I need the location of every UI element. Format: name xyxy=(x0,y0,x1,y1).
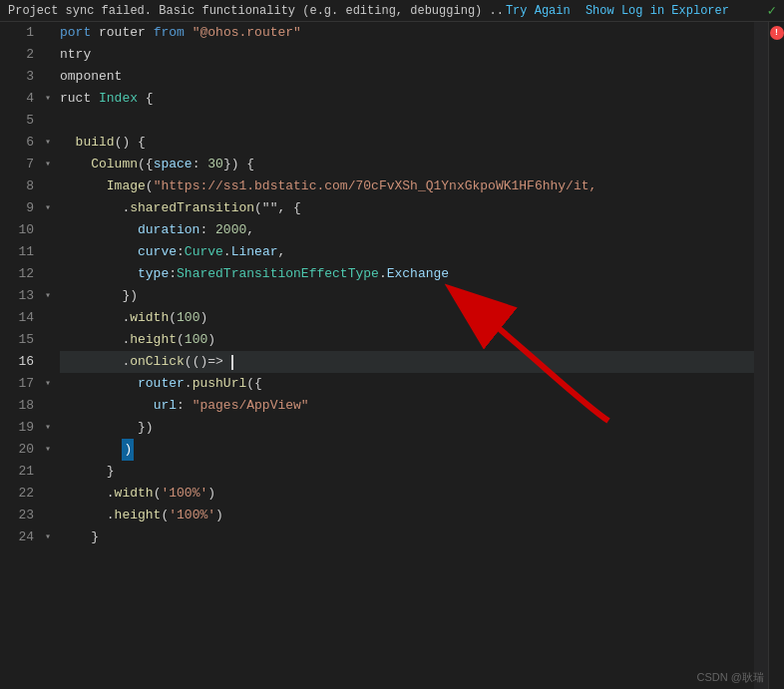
fold-12 xyxy=(40,263,56,285)
error-text: Project sync failed. Basic functionality… xyxy=(8,4,504,18)
code-line-5 xyxy=(60,110,754,132)
watermark: CSDN @耿瑞 xyxy=(697,670,764,685)
line-num-13: 13 xyxy=(0,285,34,307)
code-line-11: curve:Curve.Linear, xyxy=(60,241,754,263)
code-line-8: Image("https://ss1.bdstatic.com/70cFvXSh… xyxy=(60,175,754,197)
code-line-21: } xyxy=(60,461,754,483)
code-line-13: }) xyxy=(60,285,754,307)
fold-16 xyxy=(40,351,56,373)
code-line-3: omponent xyxy=(60,66,754,88)
line-num-9: 9 xyxy=(0,197,34,219)
line-num-2: 2 xyxy=(0,44,34,66)
separator xyxy=(575,4,582,18)
fold-15 xyxy=(40,329,56,351)
fold-area: ▾ ▾ ▾ ▾ ▾ ▾ ▾ ▾ ▾ xyxy=(40,22,56,689)
line-num-4: 4 xyxy=(0,88,34,110)
code-line-6: build() { xyxy=(60,132,754,154)
code-line-14: .width(100) xyxy=(60,307,754,329)
text-cursor xyxy=(231,355,233,370)
fold-18 xyxy=(40,395,56,417)
fold-20[interactable]: ▾ xyxy=(40,439,56,461)
fold-6[interactable]: ▾ xyxy=(40,132,56,154)
fold-9[interactable]: ▾ xyxy=(40,197,56,219)
notification-bar: Project sync failed. Basic functionality… xyxy=(0,0,784,22)
line-num-16: 💡 16 xyxy=(0,351,34,373)
fold-5 xyxy=(40,110,56,132)
fold-8 xyxy=(40,175,56,197)
code-line-20: ) xyxy=(60,439,754,461)
fold-19[interactable]: ▾ xyxy=(40,417,56,439)
show-log-link[interactable]: Show Log in Explorer xyxy=(586,4,729,18)
code-line-22: .width('100%') xyxy=(60,483,754,505)
fold-11 xyxy=(40,241,56,263)
scrollbar-track[interactable] xyxy=(754,22,768,689)
line-num-14: 14 xyxy=(0,307,34,329)
code-line-18: url: "pages/AppView" xyxy=(60,395,754,417)
fold-10 xyxy=(40,219,56,241)
code-line-15: .height(100) xyxy=(60,329,754,351)
fold-3 xyxy=(40,66,56,88)
error-indicator-container: ! xyxy=(769,22,784,44)
line-num-24: 24 xyxy=(0,526,34,548)
fold-4[interactable]: ▾ xyxy=(40,88,56,110)
code-line-1: port router from "@ohos.router" xyxy=(60,22,754,44)
line-numbers-gutter: 1 2 3 4 5 6 7 8 9 10 11 12 13 14 15 💡 16… xyxy=(0,22,40,689)
line-num-23: 23 xyxy=(0,505,34,526)
code-line-24: } xyxy=(60,526,754,548)
fold-17[interactable]: ▾ xyxy=(40,373,56,395)
fold-2 xyxy=(40,44,56,66)
fold-24[interactable]: ▾ xyxy=(40,526,56,548)
code-line-9: .sharedTransition("", { xyxy=(60,197,754,219)
line-num-3: 3 xyxy=(0,66,34,88)
line-num-11: 11 xyxy=(0,241,34,263)
code-line-2: ntry xyxy=(60,44,754,66)
line-num-7: 7 xyxy=(0,154,34,175)
fold-1 xyxy=(40,22,56,44)
sync-checkmark: ✓ xyxy=(768,2,776,19)
code-line-4: ruct Index { xyxy=(60,88,754,110)
code-line-7: Column({space: 30}) { xyxy=(60,154,754,175)
line-num-18: 18 xyxy=(0,395,34,417)
line-num-8: 8 xyxy=(0,175,34,197)
code-line-17: router.pushUrl({ xyxy=(60,373,754,395)
line-num-20: 20 xyxy=(0,439,34,461)
line-num-6: 6 xyxy=(0,132,34,154)
right-panel: ! xyxy=(768,22,784,689)
line-num-1: 1 xyxy=(0,22,34,44)
code-line-23: .height('100%') xyxy=(60,505,754,526)
code-line-16: .onClick(()=> xyxy=(60,351,754,373)
code-editor[interactable]: port router from "@ohos.router" ntry omp… xyxy=(56,22,754,689)
fold-7[interactable]: ▾ xyxy=(40,154,56,175)
code-line-10: duration: 2000, xyxy=(60,219,754,241)
try-again-link[interactable]: Try Again xyxy=(506,4,571,18)
fold-21 xyxy=(40,461,56,483)
line-num-21: 21 xyxy=(0,461,34,483)
code-line-12: type:SharedTransitionEffectType.Exchange xyxy=(60,263,754,285)
fold-23 xyxy=(40,505,56,526)
line-num-5: 5 xyxy=(0,110,34,132)
fold-13[interactable]: ▾ xyxy=(40,285,56,307)
line-num-15: 15 xyxy=(0,329,34,351)
kw-import: port xyxy=(60,22,91,44)
line-num-10: 10 xyxy=(0,219,34,241)
line-num-12: 12 xyxy=(0,263,34,285)
line-num-19: 19 xyxy=(0,417,34,439)
fold-14 xyxy=(40,307,56,329)
error-indicator: ! xyxy=(770,26,784,40)
fold-22 xyxy=(40,483,56,505)
code-line-19: }) xyxy=(60,417,754,439)
editor-container: 1 2 3 4 5 6 7 8 9 10 11 12 13 14 15 💡 16… xyxy=(0,22,784,689)
line-num-17: 17 xyxy=(0,373,34,395)
line-num-22: 22 xyxy=(0,483,34,505)
